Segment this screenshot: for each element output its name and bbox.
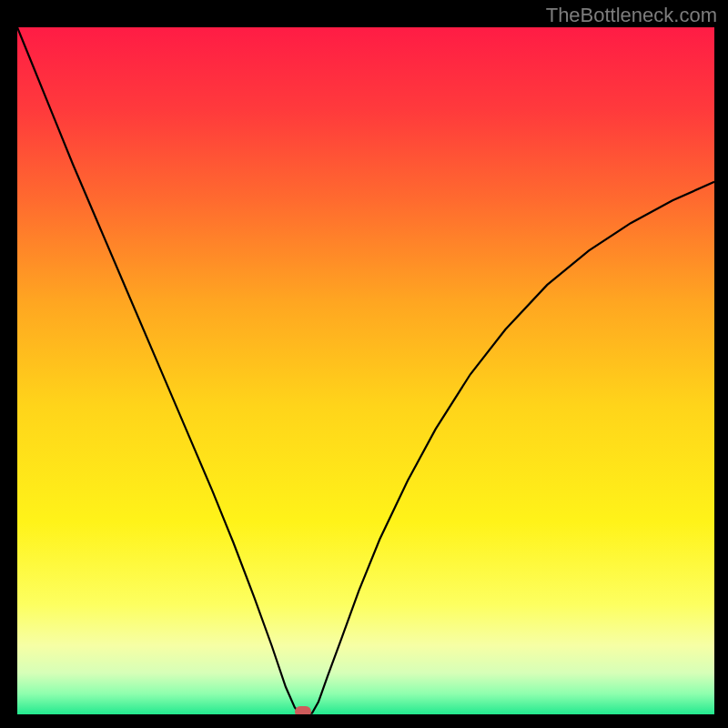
plot-area: [17, 27, 714, 714]
gradient-background: [17, 27, 714, 714]
chart-svg: [17, 27, 714, 714]
watermark-text: TheBottleneck.com: [546, 4, 717, 27]
chart-container: TheBottleneck.com: [0, 0, 728, 728]
optimal-point-marker: [295, 706, 311, 714]
